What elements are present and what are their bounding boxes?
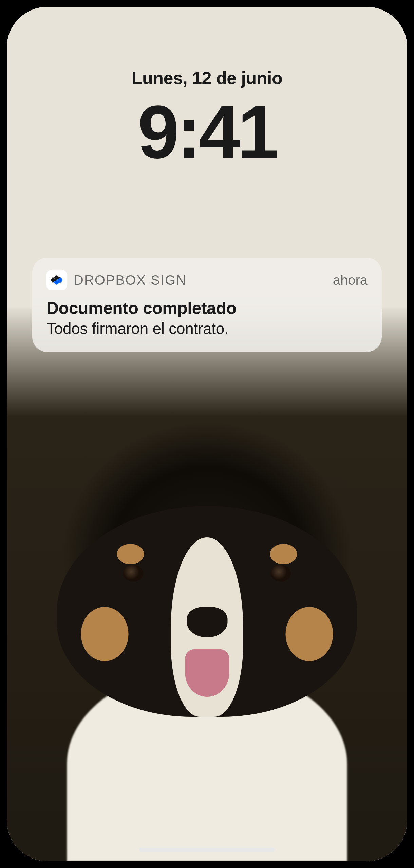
lock-screen-time: 9:41 [7,95,407,170]
notification-timestamp: ahora [333,273,368,288]
notification-body: Todos firmaron el contrato. [46,319,368,338]
app-icon-glyph [50,273,63,287]
home-indicator[interactable] [139,848,275,852]
lock-screen-date: Lunes, 12 de junio [7,68,407,88]
dropbox-sign-icon [46,270,67,290]
wallpaper-image [7,306,407,861]
notification-app-name: DROPBOX SIGN [74,273,326,288]
phone-frame: Lunes, 12 de junio 9:41 DROPBOX SIGN aho… [0,0,414,868]
notification-header: DROPBOX SIGN ahora [46,270,368,290]
lock-screen[interactable]: Lunes, 12 de junio 9:41 DROPBOX SIGN aho… [7,7,407,861]
notification-title: Documento completado [46,298,368,318]
notification-card[interactable]: DROPBOX SIGN ahora Documento completado … [32,258,382,352]
